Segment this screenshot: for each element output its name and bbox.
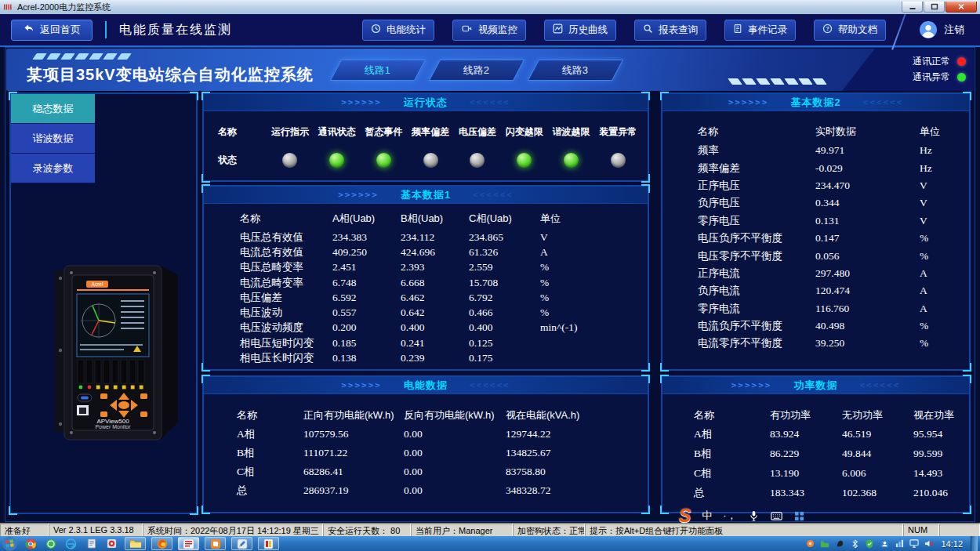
tray-orange-icon[interactable]	[804, 538, 815, 549]
tray-monitor-icon[interactable]	[909, 538, 920, 549]
back-icon	[23, 24, 34, 36]
window-controls	[901, 2, 977, 13]
table-cell: %	[540, 261, 648, 274]
stripe-decoration	[34, 53, 129, 60]
taskbar-app[interactable]	[205, 537, 226, 550]
header-cell: 名称	[698, 125, 815, 139]
line-tab[interactable]: 线路1	[330, 60, 426, 81]
table-cell: 46.519	[842, 428, 913, 440]
tray-dark-icon[interactable]	[834, 538, 845, 549]
taskbar-app[interactable]	[125, 537, 146, 550]
table-cell: 0.400	[469, 321, 540, 334]
status-led-cell	[548, 153, 595, 168]
table-header: 名称A相(Uab)B相(Uab)C相(Uab)单位	[204, 208, 648, 230]
table-cell: 6.668	[401, 277, 469, 289]
taskbar-app[interactable]	[23, 537, 38, 550]
table-cell: 116.760	[815, 303, 920, 315]
table-cell: V	[540, 231, 648, 244]
taskbar-app[interactable]	[84, 537, 99, 550]
panel-title: >>>>>> 基本数据2 <<<<<<	[662, 94, 969, 111]
sidebar-item[interactable]: 谐波数据	[11, 124, 95, 154]
table-cell: 负序电压	[698, 196, 815, 210]
table-cell: C相	[694, 466, 770, 480]
nav-button[interactable]: 报表查询	[634, 20, 706, 41]
table-cell: 电流总有效值	[240, 245, 332, 259]
table-cell: 234.383	[332, 231, 401, 244]
table-cell: 107579.56	[303, 428, 404, 440]
tray-blue-icon[interactable]	[879, 538, 890, 549]
taskbar-app[interactable]	[151, 537, 172, 550]
taskbar-app[interactable]	[178, 537, 199, 550]
nav-button[interactable]: 电能统计	[362, 20, 434, 41]
tray-net-icon[interactable]	[894, 538, 905, 549]
table-cell: 0.00	[404, 428, 506, 440]
table-cell: min^(-1)	[540, 321, 648, 334]
table-row: 电流总畸变率 6.748 6.668 15.708 %	[204, 275, 648, 290]
keyboard-icon[interactable]	[771, 510, 782, 522]
taskbar-app[interactable]	[231, 537, 252, 550]
table-row: 负序电压 0.344 V	[662, 194, 969, 212]
taskbar-app[interactable]	[2, 537, 17, 550]
table-cell: A相	[237, 427, 303, 441]
table-cell: 0.642	[401, 306, 469, 319]
status-num-lock: NUM	[903, 524, 939, 537]
tray-audio-icon[interactable]	[924, 538, 935, 549]
nav-button[interactable]: 视频监控	[452, 20, 526, 41]
tray-bluetooth-icon[interactable]	[849, 538, 860, 549]
table-cell: Hz	[920, 144, 969, 157]
status-item-label: 装置异常	[594, 125, 641, 139]
taskbar-app[interactable]	[43, 537, 58, 550]
taskbar-app[interactable]	[258, 537, 279, 550]
minimize-button[interactable]	[902, 2, 923, 13]
nav-button[interactable]: 事件记录	[724, 20, 796, 41]
table-cell: 频率	[698, 143, 815, 158]
table-cell: %	[540, 306, 648, 319]
table-cell: 电压波动频度	[240, 321, 332, 335]
status-item-label: 暂态事件	[361, 125, 408, 139]
taskbar-app[interactable]	[104, 537, 119, 550]
doc-icon	[733, 24, 742, 36]
show-desktop-button[interactable]	[971, 536, 978, 551]
table-row: 电压总畸变率 2.451 2.393 2.559 %	[204, 260, 648, 275]
sidebar-item[interactable]: 录波参数	[11, 154, 95, 183]
back-home-button[interactable]: 返回首页	[11, 20, 93, 41]
table-row: B相 111071.22 0.00 134825.67	[204, 444, 648, 462]
header-cell: 无功功率	[842, 408, 913, 422]
ime-language-toggle[interactable]: 中	[702, 509, 712, 523]
taskbar-clock[interactable]: 14:12	[941, 539, 963, 549]
start-orb-icon	[2, 536, 17, 551]
maximize-button[interactable]	[924, 2, 945, 13]
nav-button[interactable]: 历史曲线	[544, 20, 616, 41]
ime-punctuation-toggle[interactable]: ·，	[723, 509, 736, 523]
table-cell: 0.185	[332, 337, 401, 350]
status-led	[470, 153, 485, 168]
line-tab[interactable]: 线路3	[528, 60, 623, 81]
table-cell: 39.250	[815, 337, 920, 350]
tray-shield-icon[interactable]	[864, 538, 875, 549]
device-image: Acrel	[42, 263, 183, 443]
table-cell: 83758.80	[506, 466, 648, 478]
orange-app-icon	[210, 538, 221, 549]
taskbar-app[interactable]	[64, 537, 78, 550]
acrel-app-icon	[183, 538, 194, 549]
status-led	[564, 153, 579, 168]
status-led	[329, 153, 344, 168]
ie-icon	[65, 538, 77, 549]
status-led-cell	[267, 153, 314, 168]
tray-folder-icon[interactable]	[819, 538, 830, 549]
line-tab[interactable]: 线路2	[429, 60, 524, 81]
table-header: 名称实时数据单位	[662, 121, 969, 142]
nav-button[interactable]: ? 帮助文档	[814, 20, 886, 41]
table-cell: -0.029	[815, 162, 920, 175]
ime-menu-icon[interactable]	[793, 510, 805, 522]
close-button[interactable]	[946, 2, 977, 13]
table-cell: A	[920, 303, 969, 315]
sidebar-item[interactable]: 稳态数据	[11, 94, 95, 124]
basic-data2-panel: >>>>>> 基本数据2 <<<<<< 名称实时数据单位 频率 49.971 H…	[661, 92, 971, 371]
table-row: 正序电流 297.480 A	[662, 265, 969, 282]
sogou-logo-icon[interactable]: S	[679, 507, 691, 525]
microphone-icon[interactable]	[748, 510, 760, 522]
pen-app-icon	[237, 538, 248, 549]
table-cell: 13.190	[770, 467, 842, 480]
logout-button[interactable]: 注销	[919, 20, 969, 39]
